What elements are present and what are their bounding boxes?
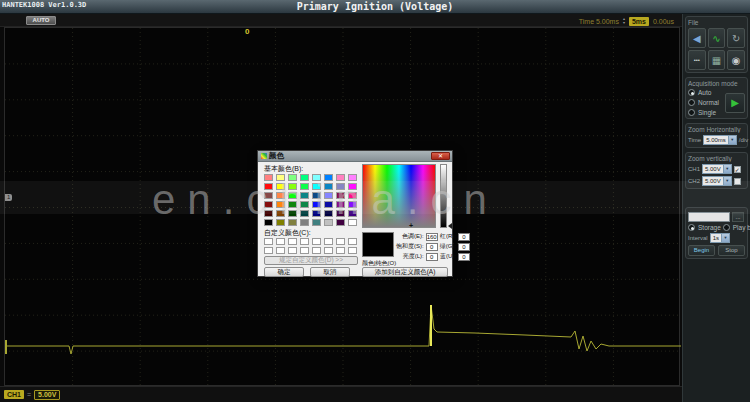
radio-single[interactable]: Single: [688, 109, 725, 116]
custom-color-swatch[interactable]: [336, 247, 345, 254]
basic-color-swatch[interactable]: [312, 210, 321, 217]
color-crosshair-icon[interactable]: +: [409, 222, 413, 229]
basic-color-swatch[interactable]: [312, 183, 321, 190]
custom-color-swatch[interactable]: [312, 247, 321, 254]
record-file-input[interactable]: [688, 212, 730, 222]
close-icon[interactable]: ✕: [431, 152, 450, 160]
basic-color-swatch[interactable]: [276, 201, 285, 208]
custom-color-swatch[interactable]: [324, 238, 333, 245]
basic-color-swatch[interactable]: [348, 174, 357, 181]
basic-color-swatch[interactable]: [336, 219, 345, 226]
custom-color-swatch[interactable]: [276, 238, 285, 245]
more-button[interactable]: •••: [688, 50, 706, 70]
luminance-field[interactable]: 0: [426, 253, 438, 261]
luminance-slider[interactable]: [440, 164, 447, 228]
custom-color-swatch[interactable]: [264, 238, 273, 245]
custom-color-swatch[interactable]: [348, 238, 357, 245]
custom-color-swatch[interactable]: [348, 247, 357, 254]
luminance-arrow-icon[interactable]: [448, 223, 452, 229]
spin-down-icon[interactable]: ▾: [623, 21, 625, 25]
basic-color-swatch[interactable]: [300, 210, 309, 217]
basic-color-swatch[interactable]: [324, 183, 333, 190]
timebase-spinner[interactable]: ▴ ▾: [623, 17, 625, 25]
trigger-marker[interactable]: 0: [245, 27, 249, 36]
custom-color-swatch[interactable]: [264, 247, 273, 254]
begin-button[interactable]: Begin: [688, 245, 715, 256]
channel-badge[interactable]: CH1: [4, 390, 24, 399]
basic-color-swatch[interactable]: [264, 183, 273, 190]
basic-color-swatch[interactable]: [336, 192, 345, 199]
custom-color-swatch[interactable]: [288, 247, 297, 254]
basic-color-swatch[interactable]: [300, 183, 309, 190]
basic-color-swatch[interactable]: [288, 219, 297, 226]
basic-color-swatch[interactable]: [312, 201, 321, 208]
radio-playback[interactable]: Play back: [723, 224, 750, 231]
basic-color-swatch[interactable]: [324, 219, 333, 226]
custom-color-swatch[interactable]: [288, 238, 297, 245]
basic-color-swatch[interactable]: [300, 174, 309, 181]
custom-color-swatch[interactable]: [312, 238, 321, 245]
custom-color-swatch[interactable]: [300, 238, 309, 245]
refresh-button[interactable]: ↻: [727, 28, 745, 48]
channel-scale-badge[interactable]: 5.00V: [34, 390, 60, 400]
basic-color-swatch[interactable]: [288, 192, 297, 199]
basic-color-swatch[interactable]: [324, 174, 333, 181]
basic-color-swatch[interactable]: [288, 210, 297, 217]
saturation-field[interactable]: 0: [426, 243, 438, 251]
basic-color-swatch[interactable]: [288, 201, 297, 208]
basic-color-swatch[interactable]: [336, 201, 345, 208]
custom-color-swatch[interactable]: [276, 247, 285, 254]
basic-color-swatch[interactable]: [288, 174, 297, 181]
browse-button[interactable]: ...: [732, 212, 744, 222]
red-field[interactable]: 0: [458, 233, 470, 241]
hue-saturation-field[interactable]: +: [362, 164, 436, 228]
ch2-scale-select[interactable]: 5.00V ▼: [702, 176, 732, 186]
basic-color-swatch[interactable]: [348, 219, 357, 226]
custom-color-swatch[interactable]: [336, 238, 345, 245]
basic-color-swatch[interactable]: [264, 219, 273, 226]
interval-select[interactable]: 1s ▼: [710, 233, 730, 243]
basic-color-swatch[interactable]: [300, 219, 309, 226]
custom-color-swatch[interactable]: [300, 247, 309, 254]
basic-color-swatch[interactable]: [300, 201, 309, 208]
basic-color-swatch[interactable]: [348, 201, 357, 208]
basic-color-swatch[interactable]: [312, 219, 321, 226]
basic-color-swatch[interactable]: [276, 192, 285, 199]
basic-color-swatch[interactable]: [276, 183, 285, 190]
grid-settings-button[interactable]: ▦: [708, 50, 726, 70]
run-button[interactable]: ▶: [725, 93, 745, 113]
basic-color-swatch[interactable]: [300, 192, 309, 199]
hue-field[interactable]: 160: [426, 233, 438, 241]
basic-color-swatch[interactable]: [276, 174, 285, 181]
blue-field[interactable]: 0: [458, 253, 470, 261]
basic-color-swatch[interactable]: [312, 192, 321, 199]
radio-normal[interactable]: Normal: [688, 99, 725, 106]
radio-storage[interactable]: Storage: [688, 224, 721, 231]
waveform-button[interactable]: ∿: [708, 28, 726, 48]
basic-color-swatch[interactable]: [264, 201, 273, 208]
ch2-enable-checkbox[interactable]: [734, 178, 741, 185]
basic-color-swatch[interactable]: [336, 174, 345, 181]
timebase-select[interactable]: 5.00ms ▼: [703, 135, 737, 145]
basic-color-swatch[interactable]: [264, 174, 273, 181]
basic-color-swatch[interactable]: [264, 210, 273, 217]
basic-color-swatch[interactable]: [324, 192, 333, 199]
channel1-marker[interactable]: 1: [5, 194, 12, 201]
auto-button[interactable]: AUTO: [26, 16, 56, 25]
basic-color-swatch[interactable]: [348, 183, 357, 190]
back-button[interactable]: ◀: [688, 28, 706, 48]
green-field[interactable]: 0: [458, 243, 470, 251]
basic-color-swatch[interactable]: [336, 183, 345, 190]
snapshot-button[interactable]: ◉: [727, 50, 745, 70]
basic-color-swatch[interactable]: [276, 210, 285, 217]
basic-color-swatch[interactable]: [264, 192, 273, 199]
ch1-scale-select[interactable]: 5.00V ▼: [702, 164, 732, 174]
basic-color-swatch[interactable]: [348, 210, 357, 217]
ok-button[interactable]: 确定: [264, 267, 304, 277]
basic-color-swatch[interactable]: [336, 210, 345, 217]
add-to-custom-colors-button[interactable]: 添加到自定义颜色(A): [362, 267, 448, 277]
ch1-enable-checkbox[interactable]: ✓: [734, 166, 741, 173]
basic-color-swatch[interactable]: [348, 192, 357, 199]
radio-auto[interactable]: Auto: [688, 89, 725, 96]
cancel-button[interactable]: 取消: [310, 267, 350, 277]
